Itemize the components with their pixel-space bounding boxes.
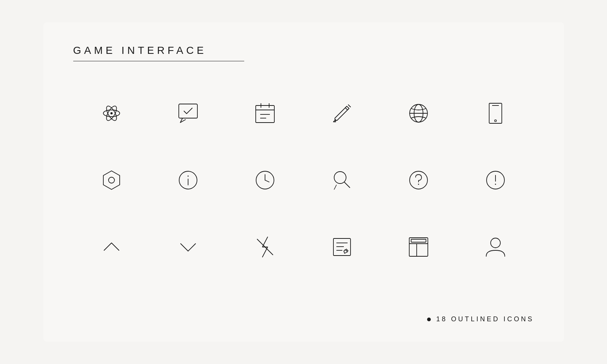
svg-rect-36	[333, 238, 351, 256]
hexagon-settings-icon	[99, 167, 125, 193]
alert-circle-icon	[482, 167, 508, 193]
title-underline	[73, 61, 244, 61]
svg-point-23	[188, 176, 189, 177]
chevron-up-icon-cell	[73, 214, 150, 280]
page-title: GAME INTERFACE	[73, 45, 534, 56]
chevron-down-icon-cell	[150, 214, 227, 280]
globe-icon-cell	[380, 80, 457, 147]
main-container: GAME INTERFACE	[43, 22, 564, 342]
chat-check-icon	[175, 100, 201, 126]
title-section: GAME INTERFACE	[73, 45, 534, 61]
chevron-down-icon	[175, 234, 201, 260]
svg-point-3	[110, 112, 113, 114]
search-icon	[329, 167, 355, 193]
edit-list-icon	[329, 234, 355, 260]
svg-point-18	[495, 120, 497, 122]
layout-icon-cell	[380, 214, 457, 280]
hexagon-settings-icon-cell	[73, 147, 150, 214]
atom-icon-cell	[73, 80, 150, 147]
question-circle-icon	[406, 167, 432, 193]
svg-line-12	[345, 108, 348, 110]
edit-pencil-icon-cell	[304, 80, 381, 147]
svg-rect-16	[489, 103, 502, 123]
svg-rect-41	[409, 238, 428, 256]
info-circle-icon	[175, 167, 201, 193]
user-icon	[482, 234, 508, 260]
clock-icon-cell	[227, 147, 304, 214]
svg-line-28	[344, 182, 350, 188]
edit-pencil-icon	[329, 100, 355, 126]
info-circle-icon-cell	[150, 147, 227, 214]
globe-icon	[406, 100, 432, 126]
chat-check-icon-cell	[150, 80, 227, 147]
chevron-up-icon	[99, 234, 125, 260]
icons-grid	[73, 80, 534, 280]
flash-off-icon	[252, 234, 278, 260]
svg-point-34	[495, 184, 496, 185]
svg-point-30	[410, 171, 427, 189]
footer-dot	[427, 318, 431, 321]
alert-circle-icon-cell	[457, 147, 534, 214]
svg-rect-5	[256, 105, 274, 123]
user-icon-cell	[457, 214, 534, 280]
svg-rect-44	[411, 239, 426, 242]
footer: 18 OUTLINED ICONS	[427, 315, 534, 323]
svg-line-11	[348, 105, 351, 107]
svg-point-20	[109, 177, 114, 183]
svg-marker-19	[103, 171, 120, 189]
svg-point-31	[418, 184, 419, 185]
tablet-icon	[482, 100, 508, 126]
calendar-icon-cell	[227, 80, 304, 147]
tablet-icon-cell	[457, 80, 534, 147]
layout-icon	[406, 234, 432, 260]
svg-rect-4	[179, 104, 197, 118]
atom-icon	[99, 100, 125, 126]
flash-off-icon-cell	[227, 214, 304, 280]
question-circle-icon-cell	[380, 147, 457, 214]
svg-point-45	[491, 238, 500, 248]
svg-line-29	[334, 185, 336, 189]
search-icon-cell	[304, 147, 381, 214]
calendar-icon	[252, 100, 278, 126]
edit-list-icon-cell	[304, 214, 381, 280]
footer-label: 18 OUTLINED ICONS	[436, 315, 534, 323]
svg-line-26	[265, 180, 269, 182]
clock-icon	[252, 167, 278, 193]
